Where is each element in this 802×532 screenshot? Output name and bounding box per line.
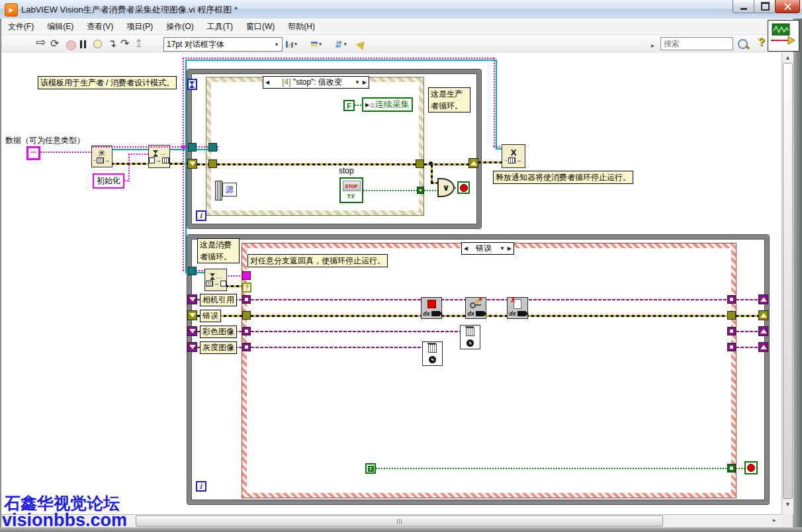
wire-string-down-to-consumer[interactable] bbox=[183, 148, 184, 271]
comment-producer-loop[interactable]: 这是生产者循环。 bbox=[428, 87, 470, 112]
wire-error-register-right[interactable] bbox=[736, 315, 758, 317]
wire-bool-stop-to-tunnel[interactable] bbox=[363, 190, 418, 191]
menu-file[interactable]: 文件(F) bbox=[1, 19, 40, 35]
abort-button-icon[interactable] bbox=[66, 40, 76, 50]
comment-release-notifier[interactable]: 释放通知器将使消费者循环停止运行。 bbox=[493, 171, 633, 184]
tunnel-camera-ref-case-right[interactable] bbox=[727, 295, 736, 304]
case-structure-selector-label[interactable]: ◀ 错误 ▼ ▶ bbox=[461, 242, 514, 255]
search-input[interactable] bbox=[660, 37, 733, 50]
tunnel-error-case-right[interactable] bbox=[727, 311, 736, 320]
tunnel-camera-ref-case-left[interactable] bbox=[242, 295, 251, 304]
wire-notifier-right-down[interactable] bbox=[496, 60, 497, 150]
tunnel-gray-image-case-left[interactable] bbox=[242, 343, 251, 351]
wire-color-image-to-dispose[interactable] bbox=[251, 331, 460, 332]
imaqdx-unconfigure-node[interactable]: X dx bbox=[507, 297, 528, 319]
register-label-color-image[interactable]: 彩色图像 bbox=[200, 326, 237, 338]
help-icon[interactable]: ? bbox=[758, 36, 765, 48]
title-bar[interactable]: ▶ LabVIEW Vision生产者消费者采集处理图像.vi 程序框图 * bbox=[0, 0, 802, 19]
shift-register-right-gray-image[interactable] bbox=[758, 342, 768, 352]
menu-project[interactable]: 项目(P) bbox=[120, 19, 159, 35]
run-continuous-icon[interactable]: ⟳ bbox=[50, 38, 59, 50]
stop-terminal-label[interactable]: stop bbox=[339, 166, 354, 175]
shift-register-left-gray-image[interactable] bbox=[187, 342, 197, 352]
tunnel-bool-event-right[interactable] bbox=[417, 187, 424, 194]
wire-camera-ref-right[interactable] bbox=[736, 299, 758, 300]
wire-string-init-2[interactable] bbox=[128, 154, 130, 181]
highlight-execution-bulb-icon[interactable] bbox=[93, 40, 102, 48]
event-structure-case-selector[interactable]: ◀ [4] "stop": 值改变 ▼ ▶ bbox=[263, 76, 369, 89]
data-control-label[interactable]: 数据（可为任意类型） bbox=[5, 135, 85, 146]
tunnel-notifier-event-left[interactable] bbox=[208, 143, 217, 152]
local-variable-continuous[interactable]: ▶ ⌂ 连续采集 bbox=[362, 97, 413, 112]
imaqdx-close-camera-node[interactable]: dx bbox=[465, 297, 486, 319]
wire-notifier-up[interactable] bbox=[185, 60, 187, 149]
tunnel-bool-case-right[interactable] bbox=[727, 464, 736, 472]
wire-bool-f-to-local[interactable] bbox=[355, 105, 362, 106]
cleanup-diagram-button[interactable] bbox=[357, 37, 367, 51]
wire-error-through-case[interactable] bbox=[251, 315, 728, 317]
wire-notifier-down-to-consumer[interactable] bbox=[185, 148, 187, 273]
vertical-scrollbar-thumb[interactable] bbox=[783, 63, 793, 499]
case-dropdown-icon[interactable]: ▼ bbox=[500, 245, 505, 251]
tunnel-notifier-loop-left[interactable] bbox=[188, 143, 197, 152]
stop-button-terminal[interactable]: STOP TF bbox=[339, 177, 363, 203]
menu-tools[interactable]: 工具(T) bbox=[200, 19, 240, 35]
string-control-terminal[interactable]: "" bbox=[26, 146, 40, 160]
producer-iteration-terminal[interactable]: i bbox=[196, 210, 206, 221]
shift-register-right-error-producer[interactable] bbox=[468, 158, 478, 168]
shift-register-right-color-image[interactable] bbox=[758, 326, 768, 336]
close-button[interactable] bbox=[775, 0, 800, 13]
wire-error-branch-down[interactable] bbox=[431, 165, 433, 183]
imaqdx-stop-acquisition-node[interactable]: dx bbox=[421, 297, 442, 319]
tunnel-color-image-case-right[interactable] bbox=[727, 327, 736, 335]
pause-button-icon[interactable] bbox=[80, 40, 86, 48]
init-string-constant[interactable]: 初始化 bbox=[93, 173, 124, 189]
reorder-objects-dropdown[interactable]: ⇵ ▾ bbox=[335, 37, 347, 51]
wire-bool-tunnel-to-stopterm[interactable] bbox=[736, 468, 744, 469]
menu-edit[interactable]: 编辑(E) bbox=[40, 19, 80, 35]
tunnel-string-case-left[interactable] bbox=[242, 271, 251, 280]
scroll-up-icon[interactable]: ▲ bbox=[785, 54, 791, 61]
step-out-icon[interactable]: ↥ bbox=[134, 38, 143, 50]
comment-case-note[interactable]: 对任意分支返回真，使循环停止运行。 bbox=[247, 254, 388, 267]
window-border-bottom[interactable] bbox=[0, 527, 802, 532]
wire-notifier-top[interactable] bbox=[185, 60, 497, 61]
wire-error-through-event[interactable] bbox=[217, 163, 416, 165]
horizontal-scrollbar-thumb[interactable] bbox=[136, 515, 663, 527]
vi-icon[interactable]: + - bbox=[768, 20, 799, 52]
wire-error-wait-to-selector[interactable] bbox=[226, 285, 243, 287]
font-selector[interactable]: 17pt 对话框字体 ▼ bbox=[163, 37, 283, 52]
menu-window[interactable]: 窗口(W) bbox=[240, 19, 281, 35]
wire-string-main[interactable] bbox=[93, 146, 218, 148]
shift-register-right-camera-ref[interactable] bbox=[758, 294, 768, 304]
tunnel-gray-image-case-right[interactable] bbox=[727, 343, 736, 351]
wire-string-up[interactable] bbox=[183, 58, 184, 148]
register-label-camera-ref[interactable]: 相机引用 bbox=[200, 294, 237, 306]
imaq-dispose-color-node[interactable]: ϟ bbox=[460, 325, 480, 349]
wire-string-init-3[interactable] bbox=[128, 154, 149, 155]
distribute-objects-dropdown[interactable]: ▾ bbox=[311, 37, 322, 51]
tunnel-notifier-consumer-left[interactable] bbox=[188, 267, 197, 275]
scroll-right-icon[interactable]: ▸ bbox=[773, 517, 776, 523]
menu-view[interactable]: 查看(V) bbox=[80, 19, 120, 35]
wire-camera-ref-through-case[interactable] bbox=[251, 299, 728, 300]
wire-string-wait-output[interactable] bbox=[226, 275, 243, 277]
shift-register-left-error-producer[interactable] bbox=[187, 159, 197, 169]
false-constant[interactable]: F bbox=[343, 100, 355, 111]
wire-string-right-down[interactable] bbox=[494, 58, 495, 148]
register-label-error[interactable]: 错误 bbox=[200, 310, 221, 322]
tunnel-error-case-left[interactable] bbox=[242, 311, 251, 320]
case-structure[interactable] bbox=[242, 244, 736, 498]
wire-bool-true-to-tunnel[interactable] bbox=[376, 468, 728, 469]
wire-string-data-to-obtain[interactable] bbox=[40, 152, 91, 153]
case-selector-terminal[interactable]: ? bbox=[242, 283, 251, 292]
previous-case-icon[interactable]: ◀ bbox=[265, 79, 269, 85]
comment-consumer-loop[interactable]: 这是消费者循环。 bbox=[197, 238, 240, 263]
menu-help[interactable]: 帮助(H) bbox=[281, 19, 322, 35]
event-data-node-bar[interactable] bbox=[215, 181, 222, 200]
wire-string-top[interactable] bbox=[183, 58, 495, 59]
wire-bool-tunnel-to-or[interactable] bbox=[424, 190, 438, 191]
case-dropdown-icon[interactable]: ▼ bbox=[355, 79, 360, 85]
maximize-button[interactable] bbox=[754, 0, 776, 13]
event-timeout-terminal[interactable] bbox=[187, 79, 197, 90]
